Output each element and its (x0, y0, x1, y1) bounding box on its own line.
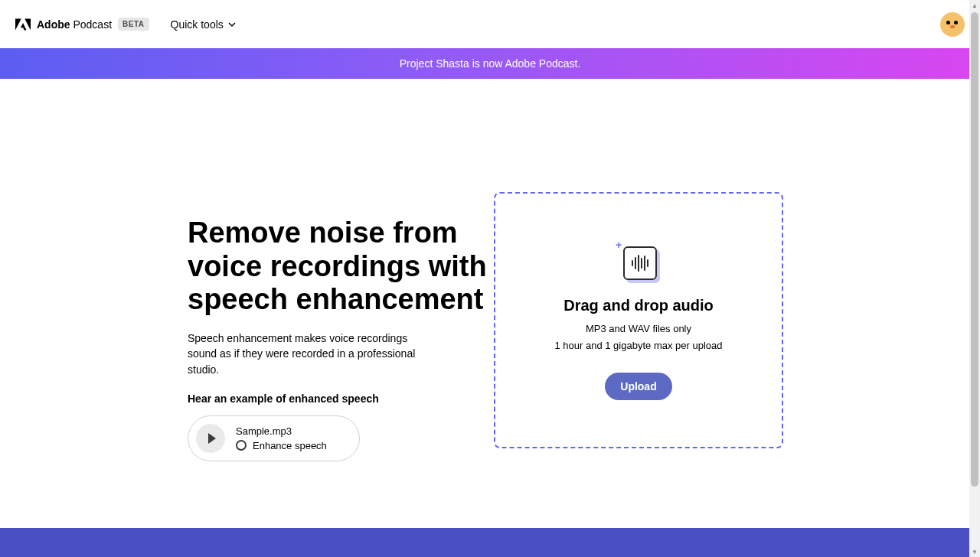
user-avatar[interactable] (940, 12, 965, 37)
play-icon (208, 433, 216, 444)
enhance-label: Enhance speech (253, 440, 327, 451)
sample-filename: Sample.mp3 (236, 425, 327, 437)
page-subtext: Speech enhancement makes voice recording… (188, 331, 425, 377)
quick-tools-label: Quick tools (171, 18, 224, 31)
main-content: Remove noise from voice recordings with … (0, 79, 980, 528)
app-header: Adobe Podcast BETA Quick tools (0, 0, 980, 48)
beta-badge: BETA (118, 18, 149, 31)
header-left: Adobe Podcast BETA Quick tools (15, 17, 236, 32)
quick-tools-menu[interactable]: Quick tools (171, 18, 236, 31)
upload-column: + Drag and drop audio MP3 and WAV files … (494, 192, 783, 448)
enhance-toggle-row: Enhance speech (236, 440, 327, 451)
upload-button[interactable]: Upload (605, 373, 671, 400)
dropzone-title: Drag and drop audio (564, 297, 714, 314)
page-headline: Remove noise from voice recordings with … (188, 217, 509, 317)
example-label: Hear an example of enhanced speech (188, 393, 509, 405)
announcement-banner: Project Shasta is now Adobe Podcast. (0, 48, 980, 79)
avatar-face-icon (940, 12, 965, 37)
brand[interactable]: Adobe Podcast BETA (15, 17, 149, 32)
scroll-thumb[interactable] (971, 12, 978, 487)
audio-file-icon: + (617, 240, 660, 283)
adobe-logo-icon (15, 17, 31, 32)
scroll-down-icon: ▼ (972, 549, 978, 555)
dropzone-line2: 1 hour and 1 gigabyte max per upload (555, 339, 723, 353)
brand-text: Adobe Podcast (37, 18, 112, 31)
audio-dropzone[interactable]: + Drag and drop audio MP3 and WAV files … (494, 192, 783, 448)
brand-light: Podcast (73, 18, 112, 31)
sample-player-card: Sample.mp3 Enhance speech (188, 415, 360, 461)
hero-column: Remove noise from voice recordings with … (188, 217, 509, 528)
scroll-up-icon: ▲ (972, 2, 978, 8)
vertical-scrollbar[interactable]: ▲ ▼ (969, 0, 980, 557)
enhance-toggle[interactable] (236, 440, 247, 451)
footer-bar (0, 528, 969, 557)
play-button[interactable] (196, 424, 225, 453)
sample-info: Sample.mp3 Enhance speech (236, 425, 327, 451)
chevron-down-icon (228, 21, 236, 28)
brand-bold: Adobe (37, 18, 70, 31)
dropzone-line1: MP3 and WAV files only (586, 322, 691, 336)
banner-text: Project Shasta is now Adobe Podcast. (400, 57, 581, 70)
